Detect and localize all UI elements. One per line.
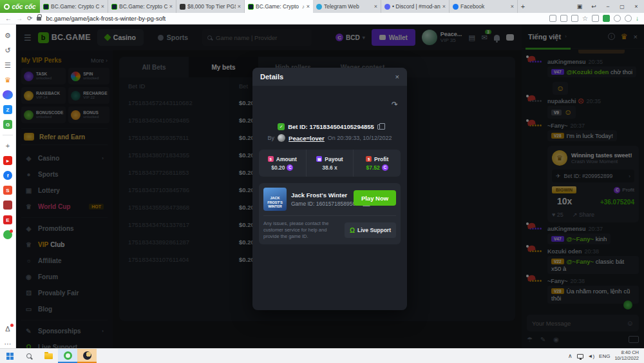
tab-bcgame-active[interactable]: BC.Game: Crypto Ca ♪ × (245, 0, 313, 13)
padlock-icon[interactable] (37, 17, 41, 21)
payout-icon: ▤ (316, 156, 322, 162)
tab-telegram[interactable]: Telegram Web × (313, 0, 381, 13)
sidebar-divider (3, 135, 13, 135)
facebook-favicon (453, 4, 459, 10)
tab-close-icon[interactable]: × (307, 3, 310, 10)
tab-bcgame-1[interactable]: BC.Game: Crypto Casino × (40, 0, 108, 13)
e-app-icon[interactable]: E (3, 215, 12, 224)
copy-icon[interactable] (377, 124, 382, 130)
volume-icon[interactable]: ◄) (588, 353, 595, 359)
discord-favicon (384, 4, 390, 10)
reading-list-icon[interactable]: ☰ (3, 61, 12, 70)
games-icon[interactable]: G (3, 120, 12, 129)
share-arrow-icon[interactable]: ↷ (392, 100, 398, 109)
minimize-button[interactable]: − (601, 1, 614, 12)
bcgame-favicon (43, 4, 49, 10)
send-to-device-icon[interactable] (549, 15, 556, 22)
browser-toolbar: ← → ⟳ bc.game/game/jack-frost-s-winter-b… (0, 13, 644, 25)
tab-strip: cốc cốc BC.Game: Crypto Casino × BC.Game… (0, 0, 644, 13)
tab-close-icon[interactable]: × (169, 3, 173, 10)
headset-icon: Ω (350, 227, 355, 234)
stat-profit: $Profit $7.52C (354, 150, 401, 177)
pinned-app-button[interactable] (77, 349, 97, 363)
coccoc-taskbar-button[interactable] (58, 349, 77, 363)
shopee-icon[interactable]: S (3, 186, 12, 195)
brand-label: cốc cốc (12, 3, 35, 10)
coccoc-brand-button[interactable]: cốc cốc (0, 0, 40, 13)
bookmark-star-icon[interactable]: ☆ (582, 15, 588, 22)
tab-audio-icon[interactable]: ♪ (302, 4, 305, 10)
settings-gear-icon[interactable]: ⚙ (3, 31, 12, 40)
pgsoft-favicon (180, 4, 185, 10)
modal-title: Details (260, 73, 283, 81)
adblock-shield-icon[interactable] (592, 15, 599, 22)
support-note: Any issues, please contact the customer … (263, 221, 341, 240)
taskbar-search-button[interactable] (19, 349, 39, 363)
messenger-icon[interactable] (3, 90, 13, 99)
more-options-icon[interactable]: ⋯ (3, 339, 12, 348)
tab-facebook[interactable]: Facebook × (450, 0, 518, 13)
tab-discord[interactable]: • Discord | #mod-ann × (381, 0, 450, 13)
taskbar-clock[interactable]: 8:40 CH 10/12/2022 (614, 350, 639, 361)
player-name-link[interactable]: Peace=lover (289, 135, 325, 142)
network-icon[interactable] (577, 354, 583, 358)
modal-close-icon[interactable]: × (395, 73, 399, 81)
crown-icon[interactable]: ♛ (3, 75, 12, 84)
bcgame-favicon (248, 4, 254, 10)
bet-id-value: Bet ID: 1751834504105294855 (288, 123, 374, 130)
bcgame-page: ☰ b BC.GAME Casino Sports (16, 25, 644, 348)
zalo-icon[interactable]: Z (3, 105, 12, 114)
start-button[interactable] (0, 349, 19, 363)
game-card: JACK FROST'S WINTER Jack Frost's Winter … (259, 183, 401, 244)
bet-timestamp: On 20:39:33, 10/12/2022 (328, 135, 392, 141)
forward-button[interactable]: → (16, 15, 23, 22)
play-now-button[interactable]: Play Now (354, 190, 396, 206)
downloads-icon[interactable]: ↓ (636, 15, 639, 22)
tab-pgsoft[interactable]: $8,000 Top Tier PGSoft M × (176, 0, 245, 13)
maximize-button[interactable]: ▢ (616, 1, 629, 12)
extensions-icon[interactable] (614, 15, 621, 22)
add-shortcut-icon[interactable]: + (3, 141, 12, 150)
verified-shield-icon: ✓ (278, 123, 285, 130)
coccoc-logo-icon (4, 4, 10, 10)
idm-extension-icon[interactable] (603, 15, 610, 22)
tab-close-icon[interactable]: × (374, 3, 377, 10)
facebook-icon[interactable]: f (3, 171, 12, 180)
coin-icon: C (287, 164, 293, 171)
show-hidden-icons[interactable]: ∧ (568, 353, 573, 359)
new-tab-button[interactable]: + (518, 0, 528, 13)
refresh-button[interactable]: ⟳ (27, 15, 32, 22)
profile-icon[interactable] (625, 15, 632, 22)
stat-amount: $Amount $0.20C (259, 150, 307, 177)
app-icon (83, 351, 91, 360)
address-bar[interactable]: bc.game/game/jack-frost-s-winter-by-pg-s… (46, 15, 545, 22)
translate-icon[interactable] (560, 15, 567, 22)
notification-bell-icon[interactable]: Δ (3, 324, 12, 333)
folder-icon (44, 353, 53, 359)
share-icon[interactable] (571, 15, 578, 22)
tab-close-icon[interactable]: × (101, 3, 104, 10)
game-thumbnail[interactable]: JACK FROST'S WINTER (263, 188, 287, 211)
tab-close-icon[interactable]: × (511, 3, 514, 10)
live-support-button[interactable]: Ω Live Support (345, 222, 396, 238)
bet-stats: $Amount $0.20C ▤Payout 38.6 x $Profit $7… (259, 150, 401, 177)
tab-capture-icon[interactable]: ▣ (573, 1, 586, 12)
profit-icon: $ (366, 156, 372, 162)
close-window-button[interactable]: × (630, 1, 643, 12)
coccoc-sidebar: ⚙ ↺ ☰ ♛ Z G + ▸ f S E Δ ⋯ (0, 25, 16, 348)
tab-close-icon[interactable]: × (238, 3, 241, 10)
back-button[interactable]: ← (5, 15, 12, 22)
lazada-icon[interactable] (3, 201, 12, 210)
history-icon[interactable]: ↺ (3, 46, 12, 55)
tab-bcgame-2[interactable]: BC.Game: Crypto Casino × (108, 0, 176, 13)
browser-window: cốc cốc BC.Game: Crypto Casino × BC.Game… (0, 0, 644, 363)
game-id: Game ID: 1601571858950... (291, 201, 360, 207)
restore-tab-icon[interactable]: ↩ (587, 1, 600, 12)
file-explorer-button[interactable] (39, 349, 58, 363)
language-indicator[interactable]: ENG (599, 353, 610, 359)
youtube-icon[interactable]: ▸ (3, 156, 12, 165)
card-divider (263, 215, 396, 216)
bcgame-favicon (111, 4, 117, 10)
wechat-icon[interactable] (3, 230, 12, 239)
tab-close-icon[interactable]: × (442, 3, 446, 10)
